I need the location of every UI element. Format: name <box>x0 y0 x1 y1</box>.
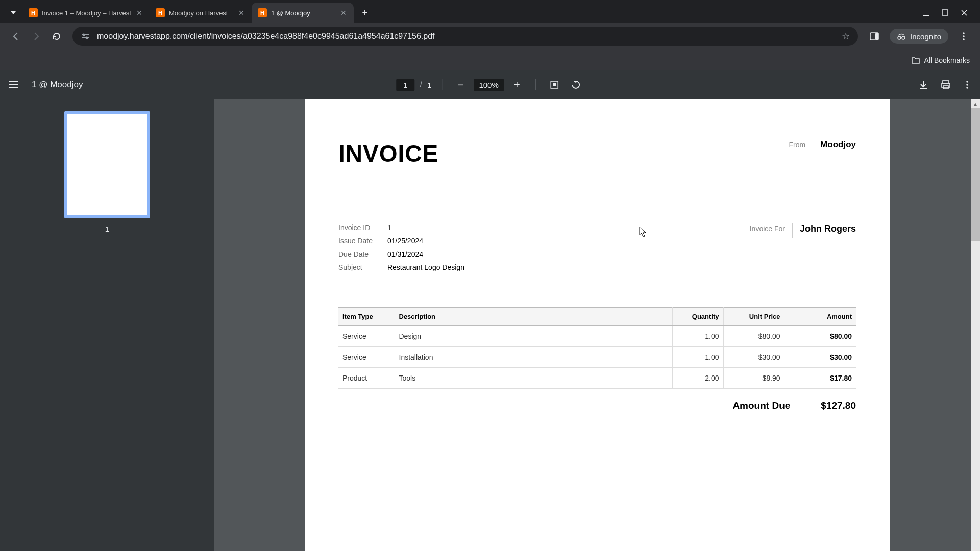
thumbnail-panel: 1 <box>0 99 214 551</box>
meta-label-due: Due Date <box>338 250 373 258</box>
zoom-in-button[interactable]: + <box>509 77 525 93</box>
new-tab-button[interactable]: + <box>357 5 373 21</box>
cell-item-type: Service <box>338 347 395 368</box>
page-thumbnail[interactable] <box>64 111 150 218</box>
bookmark-star-icon[interactable]: ☆ <box>842 31 850 42</box>
col-quantity: Quantity <box>672 308 723 326</box>
meta-label-issue: Issue Date <box>338 237 373 245</box>
svg-point-8 <box>898 36 901 39</box>
tab-search-dropdown[interactable] <box>4 4 22 22</box>
url-field[interactable]: moodjoy.harvestapp.com/client/invoices/a… <box>72 27 858 46</box>
pdf-menu-icon[interactable] <box>8 79 22 90</box>
favicon-icon: H <box>258 8 267 17</box>
favicon-icon: H <box>29 8 38 17</box>
svg-point-22 <box>966 81 968 83</box>
window-maximize-button[interactable] <box>942 9 948 16</box>
side-panel-icon[interactable] <box>867 29 881 43</box>
amount-due-value: $127.80 <box>821 400 856 411</box>
amount-due-row: Amount Due $127.80 <box>338 400 856 411</box>
table-row: Service Design 1.00 $80.00 $80.00 <box>338 326 856 347</box>
svg-rect-13 <box>9 81 18 82</box>
table-header-row: Item Type Description Quantity Unit Pric… <box>338 308 856 326</box>
fit-page-button[interactable] <box>546 77 562 93</box>
amount-due-label: Amount Due <box>732 400 790 411</box>
site-settings-icon[interactable] <box>81 32 90 41</box>
meta-divider <box>380 223 380 271</box>
vertical-scrollbar[interactable]: ▲ <box>971 99 980 551</box>
for-label: Invoice For <box>750 223 785 233</box>
pdf-viewer-toolbar: 1 @ Moodjoy 1 / 1 − 100% + <box>0 70 980 99</box>
zoom-out-button[interactable]: − <box>452 77 469 93</box>
cell-item-type: Service <box>338 326 395 347</box>
thumbnail-label: 1 <box>105 224 109 233</box>
for-name: John Rogers <box>800 223 856 234</box>
incognito-icon <box>897 32 906 41</box>
from-block: From Moodjoy <box>789 140 856 154</box>
from-label: From <box>789 140 805 149</box>
svg-rect-18 <box>920 88 927 89</box>
toolbar-divider <box>442 79 442 90</box>
cell-unit-price: $30.00 <box>723 347 785 368</box>
total-pages: 1 <box>427 81 431 89</box>
cell-quantity: 1.00 <box>672 326 723 347</box>
chrome-menu-icon[interactable] <box>957 29 971 43</box>
invoice-heading: INVOICE <box>338 140 438 167</box>
cell-description: Tools <box>395 368 672 389</box>
svg-rect-1 <box>942 10 948 15</box>
from-divider <box>813 140 813 154</box>
meta-label-id: Invoice ID <box>338 223 373 232</box>
current-page-input[interactable]: 1 <box>396 79 414 91</box>
folder-icon <box>911 56 920 65</box>
all-bookmarks-button[interactable]: All Bookmarks <box>911 56 970 65</box>
svg-point-11 <box>963 35 965 37</box>
rotate-button[interactable] <box>568 77 584 93</box>
svg-rect-15 <box>9 87 18 88</box>
table-row: Service Installation 1.00 $30.00 $30.00 <box>338 347 856 368</box>
close-tab-icon[interactable]: ✕ <box>237 9 246 17</box>
col-amount: Amount <box>785 308 856 326</box>
svg-rect-7 <box>875 33 878 40</box>
cell-quantity: 2.00 <box>672 368 723 389</box>
svg-point-24 <box>966 87 968 89</box>
scrollbar-thumb[interactable] <box>971 108 980 241</box>
print-button[interactable] <box>940 79 951 90</box>
forward-button[interactable] <box>31 31 42 42</box>
incognito-label: Incognito <box>910 32 941 41</box>
invoice-for-block: Invoice For John Rogers <box>750 223 856 271</box>
svg-point-9 <box>902 36 905 39</box>
scroll-up-arrow[interactable]: ▲ <box>971 99 980 108</box>
browser-tab-active[interactable]: H 1 @ Moodjoy ✕ <box>252 3 354 23</box>
close-tab-icon[interactable]: ✕ <box>135 9 143 17</box>
from-name: Moodjoy <box>820 140 856 150</box>
cell-description: Design <box>395 326 672 347</box>
cell-amount: $80.00 <box>785 326 856 347</box>
close-tab-icon[interactable]: ✕ <box>339 9 348 17</box>
pdf-more-icon[interactable] <box>963 80 972 89</box>
incognito-badge[interactable]: Incognito <box>890 29 948 44</box>
tab-title: Moodjoy on Harvest <box>169 9 233 17</box>
browser-tab[interactable]: H Invoice 1 – Moodjoy – Harvest ✕ <box>22 3 150 23</box>
col-unit-price: Unit Price <box>723 308 785 326</box>
pdf-page: INVOICE From Moodjoy Invoice ID Issue Da… <box>305 99 890 551</box>
browser-tab[interactable]: H Moodjoy on Harvest ✕ <box>150 3 252 23</box>
table-row: Product Tools 2.00 $8.90 $17.80 <box>338 368 856 389</box>
cell-unit-price: $80.00 <box>723 326 785 347</box>
browser-address-bar: moodjoy.harvestapp.com/client/invoices/a… <box>0 23 980 49</box>
download-button[interactable] <box>918 79 929 90</box>
meta-value-subject: Restaurant Logo Design <box>387 263 464 271</box>
zoom-level[interactable]: 100% <box>474 79 503 91</box>
invoice-items-table: Item Type Description Quantity Unit Pric… <box>338 307 856 389</box>
reload-button[interactable] <box>51 31 62 42</box>
svg-point-12 <box>963 38 965 40</box>
pdf-document-title: 1 @ Moodjoy <box>32 80 83 90</box>
svg-point-10 <box>963 32 965 34</box>
back-button[interactable] <box>10 31 21 42</box>
window-minimize-button[interactable] <box>922 9 929 16</box>
all-bookmarks-label: All Bookmarks <box>924 56 970 64</box>
col-description: Description <box>395 308 672 326</box>
meta-value-due: 01/31/2024 <box>387 250 464 258</box>
window-close-button[interactable] <box>961 9 968 16</box>
cell-description: Installation <box>395 347 672 368</box>
toolbar-divider <box>535 79 536 90</box>
pdf-page-area[interactable]: INVOICE From Moodjoy Invoice ID Issue Da… <box>214 99 980 551</box>
